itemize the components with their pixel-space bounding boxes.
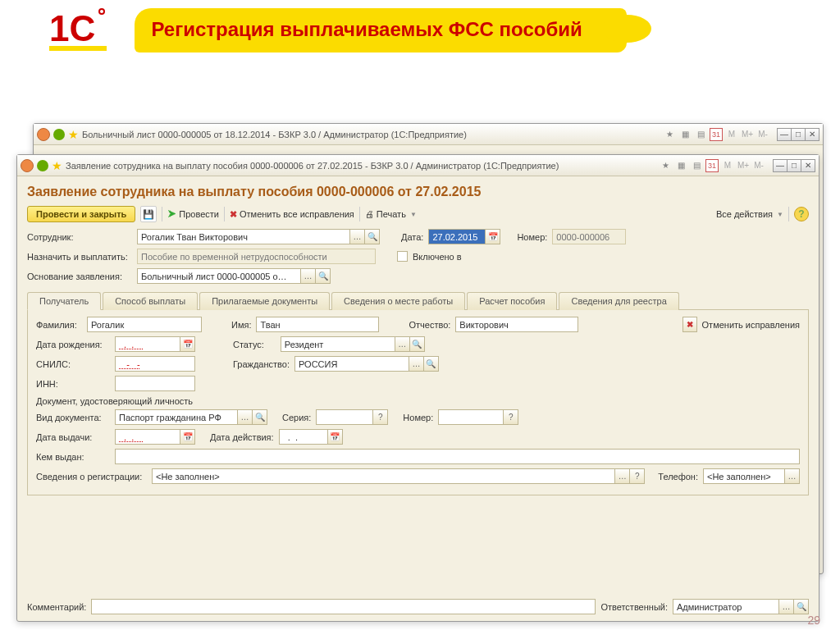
patronymic-label: Отчество: — [409, 320, 450, 330]
cancel-fix-button[interactable]: Отменить исправления — [702, 320, 800, 330]
select-icon[interactable]: … — [615, 468, 630, 484]
doctype-label: Вид документа: — [36, 413, 110, 422]
mem-mminus-icon[interactable]: M- — [752, 159, 765, 172]
maximize-button[interactable]: □ — [791, 128, 806, 141]
series-field[interactable] — [316, 409, 373, 425]
surname-field[interactable] — [87, 317, 202, 332]
tabs: Получатель Способ выплаты Прилагаемые до… — [27, 292, 809, 310]
name-field[interactable] — [256, 317, 379, 332]
date-picker-icon[interactable]: 📅 — [180, 429, 195, 445]
select-icon[interactable]: … — [409, 356, 424, 372]
submit-button[interactable]: ⮞Провести — [167, 209, 219, 219]
phone-label: Телефон: — [658, 472, 698, 482]
select-icon[interactable]: … — [779, 599, 794, 614]
calc-icon[interactable]: ▤ — [694, 128, 707, 141]
basis-field[interactable] — [137, 268, 301, 284]
document-title: Заявление сотрудника на выплату пособия … — [27, 185, 809, 199]
nav-arrows-icon[interactable] — [37, 160, 48, 171]
reg-label: Сведения о регистрации: — [36, 472, 147, 482]
dob-field[interactable] — [115, 336, 180, 352]
select-icon[interactable]: … — [238, 409, 253, 425]
issue-date-field[interactable] — [115, 429, 180, 445]
calendar-icon[interactable]: 31 — [710, 128, 723, 141]
open-icon[interactable]: 🔍 — [410, 336, 425, 352]
grid-icon[interactable]: ▦ — [674, 159, 687, 172]
submit-close-button[interactable]: Провести и закрыть — [27, 206, 135, 222]
help-button[interactable]: ? — [794, 207, 809, 221]
doctype-field[interactable] — [115, 409, 238, 425]
select-icon[interactable]: … — [785, 468, 800, 484]
docnumber-label: Номер: — [403, 413, 433, 422]
responsible-field[interactable] — [673, 599, 779, 614]
all-actions-button[interactable]: Все действия▼ — [716, 209, 783, 219]
close-button[interactable]: ✕ — [801, 159, 815, 172]
app-icon — [21, 159, 34, 172]
select-icon[interactable]: … — [301, 268, 316, 284]
valid-date-label: Дата действия: — [210, 432, 274, 442]
window-front: ★ Заявление сотрудника на выплату пособи… — [16, 154, 819, 622]
tab-payment-method[interactable]: Способ выплаты — [103, 292, 198, 310]
open-icon[interactable]: 🔍 — [424, 356, 439, 372]
cancel-fix-icon[interactable]: ✖ — [682, 317, 697, 332]
grid-icon[interactable]: ▦ — [678, 128, 692, 141]
citizen-field[interactable] — [294, 356, 409, 372]
open-icon[interactable]: 🔍 — [316, 268, 331, 284]
cancel-all-button[interactable]: ✖Отменить все исправления — [230, 209, 354, 220]
date-picker-icon[interactable]: 📅 — [486, 229, 500, 244]
save-icon[interactable]: 💾 — [140, 206, 157, 222]
date-picker-icon[interactable]: 📅 — [180, 336, 195, 352]
issued-by-field[interactable] — [115, 449, 800, 464]
included-checkbox[interactable] — [397, 251, 408, 262]
tab-attached-docs[interactable]: Прилагаемые документы — [199, 292, 330, 310]
calc-icon[interactable]: ▤ — [690, 159, 703, 172]
series-label: Серия: — [282, 413, 311, 422]
date-field[interactable] — [428, 229, 486, 244]
issue-date-label: Дата выдачи: — [36, 432, 110, 442]
tab-recipient[interactable]: Получатель — [27, 292, 101, 310]
employee-field[interactable] — [137, 229, 350, 244]
print-button[interactable]: 🖨Печать▼ — [365, 209, 417, 219]
docnumber-field[interactable] — [438, 409, 504, 425]
mem-mplus-icon[interactable]: M+ — [741, 128, 754, 141]
minimize-button[interactable]: — — [773, 159, 788, 172]
hint-icon[interactable]: ? — [504, 409, 518, 425]
open-icon[interactable]: 🔍 — [365, 229, 380, 244]
mem-mminus-icon[interactable]: M- — [756, 128, 769, 141]
tab-benefit-calc[interactable]: Расчет пособия — [467, 292, 557, 310]
inn-field[interactable] — [115, 376, 195, 391]
hint-icon[interactable]: ? — [373, 409, 388, 425]
tab-registry-info[interactable]: Сведения для реестра — [559, 292, 678, 310]
reg-field[interactable] — [152, 468, 615, 484]
logo-1c: 1C — [49, 8, 107, 51]
select-icon[interactable]: … — [350, 229, 365, 244]
select-icon[interactable]: … — [395, 336, 410, 352]
date-label: Дата: — [401, 232, 423, 242]
maximize-button[interactable]: □ — [787, 159, 801, 172]
snils-field[interactable] — [115, 356, 195, 372]
close-button[interactable]: ✕ — [805, 128, 819, 141]
favorite-icon[interactable]: ★ — [68, 128, 79, 141]
status-field[interactable] — [281, 336, 395, 352]
fav-small-icon[interactable]: ★ — [663, 128, 676, 141]
patronymic-field[interactable] — [455, 317, 578, 332]
number-label: Номер: — [517, 232, 547, 242]
open-icon[interactable]: 🔍 — [794, 599, 809, 614]
valid-date-field[interactable] — [279, 429, 328, 445]
favorite-icon[interactable]: ★ — [52, 159, 62, 172]
mem-m-icon[interactable]: M — [721, 159, 734, 172]
comment-field[interactable] — [91, 599, 596, 614]
app-icon — [37, 128, 50, 141]
mem-mplus-icon[interactable]: M+ — [737, 159, 750, 172]
status-label: Статус: — [233, 340, 264, 349]
hint-icon[interactable]: ? — [630, 468, 645, 484]
phone-field[interactable] — [703, 468, 785, 484]
open-icon[interactable]: 🔍 — [253, 409, 267, 425]
assign-label: Назначить и выплатить: — [27, 252, 132, 262]
tab-workplace-info[interactable]: Сведения о месте работы — [331, 292, 465, 310]
calendar-icon[interactable]: 31 — [705, 159, 719, 172]
fav-small-icon[interactable]: ★ — [659, 159, 672, 172]
mem-m-icon[interactable]: M — [725, 128, 738, 141]
nav-arrows-icon[interactable] — [53, 129, 65, 140]
date-picker-icon[interactable]: 📅 — [328, 429, 343, 445]
minimize-button[interactable]: — — [777, 128, 792, 141]
